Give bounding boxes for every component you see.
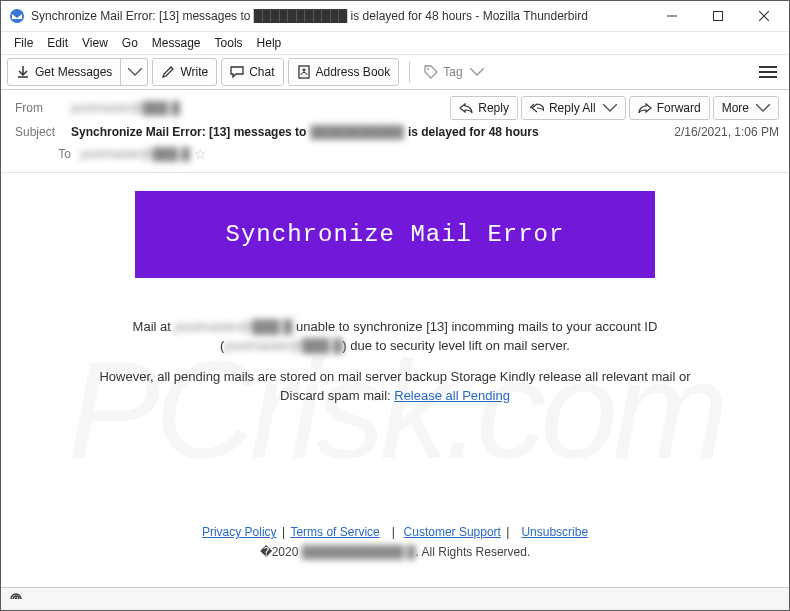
mail-content: Synchronize Mail Error Mail at postmaste…: [1, 173, 789, 569]
statusbar: [1, 587, 789, 610]
message-header: From postmaster@███.█ Reply Reply All Fo…: [1, 90, 789, 173]
address-book-icon: [297, 65, 311, 79]
unsubscribe-link[interactable]: Unsubscribe: [521, 525, 588, 539]
reply-label: Reply: [478, 101, 509, 115]
subject-value: Synchronize Mail Error: [13] messages to…: [71, 125, 674, 139]
forward-label: Forward: [657, 101, 701, 115]
menubar: File Edit View Go Message Tools Help: [1, 32, 789, 55]
connection-icon[interactable]: [9, 592, 23, 606]
message-date: 2/16/2021, 1:06 PM: [674, 125, 779, 139]
paragraph-2: However, all pending mails are stored on…: [81, 368, 709, 406]
toolbar: Get Messages Write Chat Address Book Tag: [1, 55, 789, 90]
menu-file[interactable]: File: [7, 34, 40, 52]
chat-icon: [230, 65, 244, 79]
terms-of-service-link[interactable]: Terms of Service: [290, 525, 379, 539]
reply-button[interactable]: Reply: [450, 96, 518, 120]
to-value[interactable]: postmaster@███.█: [81, 147, 190, 161]
svg-rect-1: [714, 12, 723, 21]
tag-button[interactable]: Tag: [416, 59, 491, 85]
menu-go[interactable]: Go: [115, 34, 145, 52]
chevron-down-icon: [128, 65, 142, 79]
tag-icon: [424, 65, 438, 79]
chevron-down-icon: [756, 101, 770, 115]
menu-edit[interactable]: Edit: [40, 34, 75, 52]
chevron-down-icon: [470, 65, 484, 79]
message-actions: Reply Reply All Forward More: [450, 96, 779, 120]
reply-icon: [459, 101, 473, 115]
menu-tools[interactable]: Tools: [208, 34, 250, 52]
window-title: Synchronize Mail Error: [13] messages to…: [31, 9, 649, 23]
from-label: From: [15, 101, 71, 115]
more-label: More: [722, 101, 749, 115]
copyright: �2020 ████████████.█. All Rights Reserve…: [81, 545, 709, 559]
get-messages-button[interactable]: Get Messages: [7, 58, 121, 86]
menu-help[interactable]: Help: [250, 34, 289, 52]
close-button[interactable]: [741, 1, 787, 31]
svg-point-4: [427, 68, 429, 70]
download-icon: [16, 65, 30, 79]
thunderbird-icon: [9, 8, 25, 24]
get-messages-label: Get Messages: [35, 65, 112, 79]
write-label: Write: [180, 65, 208, 79]
address-book-button[interactable]: Address Book: [288, 58, 400, 86]
chat-label: Chat: [249, 65, 274, 79]
separator: [409, 61, 410, 83]
menu-message[interactable]: Message: [145, 34, 208, 52]
to-label: To: [15, 147, 81, 161]
customer-support-link[interactable]: Customer Support: [404, 525, 501, 539]
forward-icon: [638, 101, 652, 115]
address-book-label: Address Book: [316, 65, 391, 79]
from-value[interactable]: postmaster@███.█: [71, 101, 180, 115]
pencil-icon: [161, 65, 175, 79]
tag-label: Tag: [443, 65, 462, 79]
release-all-pending-link[interactable]: Release all Pending: [394, 388, 510, 403]
maximize-button[interactable]: [695, 1, 741, 31]
error-banner: Synchronize Mail Error: [135, 191, 655, 278]
chevron-down-icon: [603, 101, 617, 115]
star-icon[interactable]: ☆: [194, 146, 207, 162]
hamburger-menu-button[interactable]: [753, 60, 783, 84]
privacy-policy-link[interactable]: Privacy Policy: [202, 525, 277, 539]
write-button[interactable]: Write: [152, 58, 217, 86]
window: Synchronize Mail Error: [13] messages to…: [0, 0, 790, 611]
reply-all-icon: [530, 101, 544, 115]
more-button[interactable]: More: [713, 96, 779, 120]
forward-button[interactable]: Forward: [629, 96, 710, 120]
email-footer: Privacy Policy | Terms of Service | Cust…: [81, 525, 709, 559]
message-body: PCrisk.com Synchronize Mail Error Mail a…: [1, 173, 789, 587]
reply-all-label: Reply All: [549, 101, 596, 115]
menu-view[interactable]: View: [75, 34, 115, 52]
subject-label: Subject: [15, 125, 71, 139]
titlebar: Synchronize Mail Error: [13] messages to…: [1, 1, 789, 32]
get-messages-dropdown[interactable]: [121, 58, 148, 86]
paragraph-1: Mail at postmaster@███.█ unable to synch…: [81, 318, 709, 356]
chat-button[interactable]: Chat: [221, 58, 283, 86]
reply-all-button[interactable]: Reply All: [521, 96, 626, 120]
minimize-button[interactable]: [649, 1, 695, 31]
svg-point-3: [302, 69, 305, 72]
